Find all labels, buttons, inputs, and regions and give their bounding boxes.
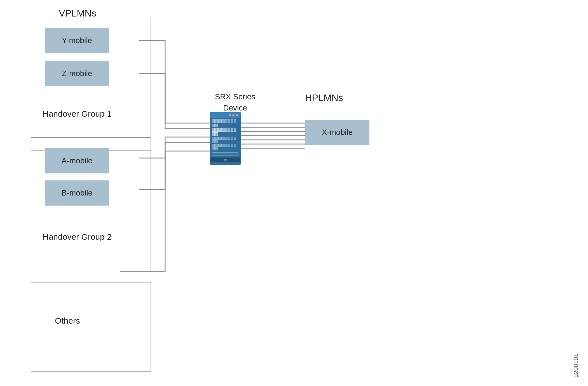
z-mobile-label: Z-mobile — [62, 69, 92, 78]
others-box — [31, 283, 151, 372]
hplmns-label: HPLMNs — [305, 92, 343, 103]
watermark: g200101 — [572, 354, 580, 378]
srx-device — [210, 112, 241, 165]
z-mobile-node: Z-mobile — [45, 61, 109, 86]
a-mobile-node: A-mobile — [45, 148, 109, 173]
x-mobile-node: X-mobile — [305, 120, 369, 145]
srx-label-line2: Device — [218, 103, 252, 112]
b-mobile-label: B-mobile — [62, 189, 92, 197]
a-mobile-label: A-mobile — [62, 156, 92, 165]
y-mobile-node: Y-mobile — [45, 28, 109, 53]
handover-group-2-label: Handover Group 2 — [43, 232, 112, 242]
srx-label-line1: SRX Series — [210, 92, 260, 101]
b-mobile-node: B-mobile — [45, 180, 109, 206]
x-mobile-label: X-mobile — [322, 128, 353, 137]
handover-group-1-label: Handover Group 1 — [43, 109, 112, 119]
y-mobile-label: Y-mobile — [62, 36, 92, 45]
diagram-container: VPLMNs Y-mobile Z-mobile Handover Group … — [0, 0, 588, 386]
others-label: Others — [55, 316, 80, 326]
